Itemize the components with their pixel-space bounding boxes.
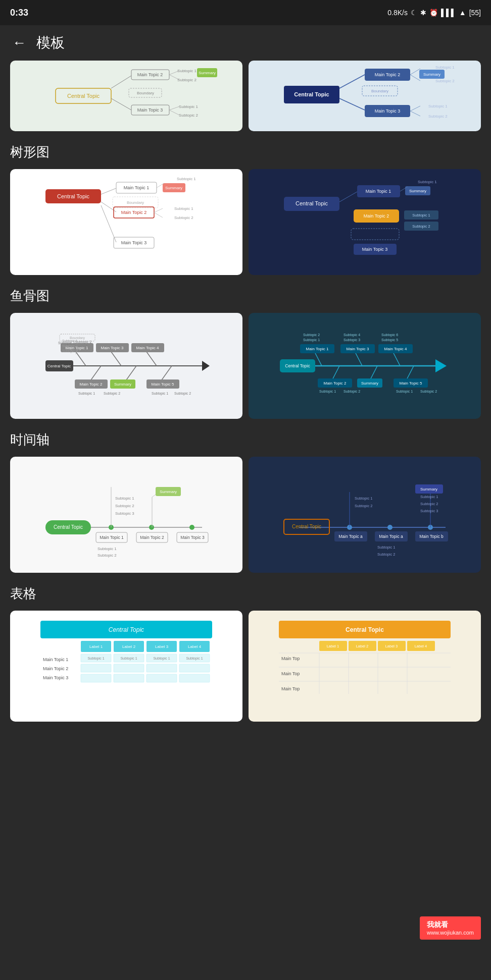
svg-line-56: [154, 212, 163, 217]
network-speed: 0.8K/s: [387, 9, 408, 17]
svg-text:Main Topic 4: Main Topic 4: [136, 346, 159, 350]
svg-rect-76: [351, 229, 399, 240]
svg-text:Main Topic 2: Main Topic 2: [324, 381, 347, 386]
svg-text:Subtopic 1: Subtopic 1: [418, 180, 437, 184]
svg-line-16: [169, 106, 179, 110]
template-card-table-cream[interactable]: Central Topic Label 1 Label 2 Label 3 La…: [249, 611, 481, 722]
svg-text:Main Topic 1: Main Topic 1: [366, 189, 391, 194]
svg-line-2: [111, 76, 131, 88]
svg-text:Main Topic 2: Main Topic 2: [140, 535, 164, 540]
svg-text:Subtopic 2: Subtopic 2: [377, 552, 395, 557]
svg-text:Label 1: Label 1: [89, 644, 103, 649]
svg-text:Main Topic 2: Main Topic 2: [375, 72, 400, 77]
svg-text:Subtopic 1: Subtopic 1: [186, 657, 203, 661]
svg-text:Subtopic 1: Subtopic 1: [396, 390, 413, 394]
fishbone-row: Central Topic Main Topic 1 Subtopic 1 Su…: [10, 313, 481, 419]
svg-text:Main Topic 2: Main Topic 2: [137, 72, 163, 77]
watermark: 我就看 www.wojiukan.com: [420, 916, 481, 940]
svg-text:Subtopic 3: Subtopic 3: [115, 511, 134, 516]
template-card-topic-blue[interactable]: Central Topic Main Topic 2 Summary Subto…: [249, 61, 481, 131]
svg-text:Subtopic 4: Subtopic 4: [343, 333, 360, 337]
status-bar: 0:33 0.8K/s ☾ ✱ ⏰ ▌▌▌ ▲ [55]: [0, 0, 491, 25]
svg-text:Central Topic: Central Topic: [294, 91, 329, 97]
svg-text:Boundary: Boundary: [137, 91, 154, 95]
template-card-timeline-dark[interactable]: Central Topic Main Topic a Main Topic a …: [249, 457, 481, 573]
svg-text:Central Topic: Central Topic: [47, 364, 71, 368]
svg-line-161: [152, 495, 156, 497]
svg-text:Subtopic 2: Subtopic 2: [420, 390, 437, 394]
svg-rect-214: [146, 664, 177, 672]
svg-text:Summary: Summary: [165, 186, 182, 190]
top-partial-row: Central Topic Main Topic 2 Subtopic 1 Su…: [10, 61, 481, 131]
svg-text:Subtopic 2: Subtopic 2: [428, 114, 448, 119]
svg-text:Main Topic 3: Main Topic 3: [101, 346, 124, 350]
svg-text:Subtopic 2: Subtopic 2: [343, 390, 360, 394]
svg-text:Main Topic 5: Main Topic 5: [400, 381, 422, 386]
svg-rect-215: [179, 664, 210, 672]
svg-text:Main Topic 2: Main Topic 2: [43, 666, 68, 671]
svg-text:Main Topic 1: Main Topic 1: [124, 185, 149, 190]
page-title: 模板: [36, 33, 65, 52]
svg-text:Main Topic 1: Main Topic 1: [43, 657, 68, 662]
template-card-fish-dark[interactable]: Central Topic Main Topic 1 Subtopic 1 Su…: [249, 313, 481, 419]
svg-line-27: [410, 69, 420, 75]
svg-text:Summary: Summary: [160, 489, 177, 494]
template-card-tree-light[interactable]: Central Topic Main Topic 1 Summary Subto…: [10, 169, 242, 275]
svg-text:Subtopic 1: Subtopic 1: [62, 339, 78, 343]
svg-text:Summary: Summary: [423, 72, 440, 77]
status-time: 0:33: [10, 8, 28, 18]
svg-rect-216: [81, 674, 111, 682]
template-card-topic-light[interactable]: Central Topic Main Topic 2 Subtopic 1 Su…: [10, 61, 242, 131]
svg-text:Central Topic: Central Topic: [57, 193, 89, 199]
svg-text:Subtopic 2: Subtopic 2: [104, 392, 120, 396]
svg-text:Subtopic 1: Subtopic 1: [355, 496, 372, 501]
svg-line-42: [101, 188, 116, 194]
svg-text:Main Top: Main Top: [281, 686, 300, 691]
svg-rect-219: [179, 674, 210, 682]
svg-text:Main Topic 3: Main Topic 3: [137, 107, 163, 113]
svg-text:Central Topic: Central Topic: [346, 626, 384, 633]
tree-row: Central Topic Main Topic 1 Summary Subto…: [10, 169, 481, 275]
alarm-icon: ⏰: [429, 9, 438, 17]
wifi-icon: ▲: [459, 9, 466, 17]
svg-text:Subtopic 1: Subtopic 1: [97, 547, 117, 551]
svg-text:Subtopic 1: Subtopic 1: [78, 392, 95, 396]
svg-text:Main Topic 1: Main Topic 1: [100, 535, 124, 540]
svg-text:Subtopic 1: Subtopic 1: [377, 545, 395, 550]
svg-rect-217: [114, 674, 144, 682]
svg-text:Central Topic: Central Topic: [292, 524, 321, 529]
svg-text:Main Topic a: Main Topic a: [338, 534, 363, 539]
signal-icon: ▌▌▌: [441, 9, 456, 17]
svg-line-54: [154, 208, 163, 212]
svg-text:Subtopic 5: Subtopic 5: [381, 338, 398, 342]
svg-text:Main Topic 2: Main Topic 2: [364, 213, 389, 219]
svg-text:Main Topic 3: Main Topic 3: [121, 240, 146, 245]
svg-text:Central Topic: Central Topic: [285, 363, 310, 368]
svg-text:Subtopic 2: Subtopic 2: [412, 224, 430, 229]
svg-text:Main Topic 3: Main Topic 3: [180, 535, 205, 540]
svg-text:Main Topic 2: Main Topic 2: [80, 382, 103, 387]
svg-marker-115: [435, 359, 447, 372]
svg-text:Subtopic 6: Subtopic 6: [381, 333, 398, 337]
svg-text:Main Topic 2: Main Topic 2: [121, 210, 146, 215]
svg-text:Subtopic 2: Subtopic 2: [115, 504, 134, 508]
svg-text:Subtopic 2: Subtopic 2: [179, 113, 198, 118]
svg-text:Subtopic 2: Subtopic 2: [174, 392, 191, 396]
section-heading-timeline: 时间轴: [10, 431, 481, 449]
svg-text:Subtopic 3: Subtopic 3: [343, 338, 360, 342]
moon-icon: ☾: [411, 9, 417, 17]
back-button[interactable]: ←: [12, 35, 26, 51]
svg-text:Subtopic 1: Subtopic 1: [87, 657, 104, 661]
template-card-timeline-light[interactable]: Central Topic Main Topic 1 Main Topic 2 …: [10, 457, 242, 573]
template-card-fish-light[interactable]: Central Topic Main Topic 1 Subtopic 1 Su…: [10, 313, 242, 419]
svg-text:Central Topic: Central Topic: [67, 93, 100, 99]
svg-text:Subtopic 2: Subtopic 2: [177, 78, 197, 82]
section-heading-table: 表格: [10, 585, 481, 603]
svg-line-33: [339, 98, 365, 110]
template-card-table-light[interactable]: Central Topic Label 1 Label 2 Label 3 La…: [10, 611, 242, 722]
template-card-tree-dark[interactable]: Central Topic Main Topic 1 Summary Subto…: [249, 169, 481, 275]
watermark-text: 我就看: [427, 920, 474, 930]
svg-text:Summary: Summary: [199, 71, 216, 75]
bluetooth-icon: ✱: [420, 9, 426, 17]
svg-text:Subtopic 1: Subtopic 1: [120, 657, 137, 661]
